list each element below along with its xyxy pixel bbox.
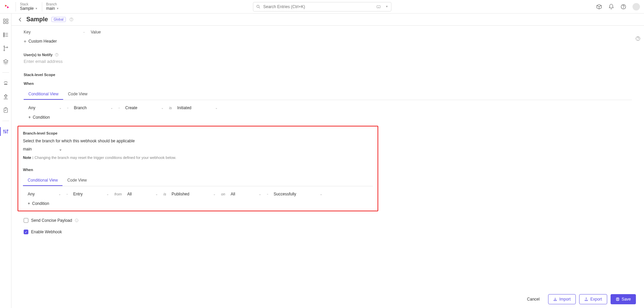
publish-icon[interactable] xyxy=(3,94,9,100)
chevron-down-icon: ⌄ xyxy=(259,192,261,196)
is-label: is xyxy=(163,192,166,196)
svg-rect-45 xyxy=(617,298,618,299)
tab-conditional-view[interactable]: Conditional View xyxy=(24,89,63,100)
svg-point-34 xyxy=(71,20,72,21)
tab-code-view[interactable]: Code View xyxy=(62,175,92,186)
box-icon[interactable] xyxy=(596,4,602,10)
svg-point-32 xyxy=(7,130,8,131)
stack-scope-title: Stack-level Scope xyxy=(24,73,632,77)
branch-condition-row: Any⌄ - Entry⌄ from All⌄ is Published⌄ on… xyxy=(23,192,373,196)
import-button[interactable]: Import xyxy=(548,294,576,304)
back-arrow-icon[interactable] xyxy=(18,17,23,22)
tasks-icon[interactable] xyxy=(3,107,9,113)
note-prefix: Note : xyxy=(23,156,33,160)
floating-help-icon[interactable] xyxy=(635,36,641,41)
import-icon xyxy=(553,297,557,301)
when-label: When xyxy=(23,168,373,172)
branch-scope-tabs: Conditional View Code View xyxy=(23,175,373,186)
add-condition-button[interactable]: + Condition xyxy=(23,201,373,206)
is-label: is xyxy=(169,106,172,110)
chevron-down-icon: ⌄ xyxy=(106,192,109,196)
svg-point-22 xyxy=(4,84,5,85)
svg-rect-9 xyxy=(3,19,5,21)
concise-payload-checkbox[interactable] xyxy=(24,218,28,223)
help-icon[interactable] xyxy=(55,53,59,57)
status-dropdown[interactable]: Initiated⌄ xyxy=(177,105,218,110)
stack-scope-tabs: Conditional View Code View xyxy=(24,89,632,100)
help-icon[interactable] xyxy=(620,4,626,10)
save-button[interactable]: Save xyxy=(611,294,636,304)
concise-payload-row: Send Concise Payload xyxy=(24,218,632,223)
note-text: Changing the branch may reset the trigge… xyxy=(34,156,176,160)
info-icon[interactable] xyxy=(69,17,74,22)
svg-rect-15 xyxy=(3,34,4,35)
chevron-down-icon: ⌄ xyxy=(58,192,61,196)
branch-selector[interactable]: Branch main▼ xyxy=(42,2,63,11)
dashboard-icon[interactable] xyxy=(3,18,9,24)
svg-rect-10 xyxy=(6,19,8,21)
tab-code-view[interactable]: Code View xyxy=(63,89,92,100)
svg-point-21 xyxy=(7,47,8,48)
topbar: Stack Sample▼ Branch main▼ ▼ xyxy=(0,0,644,14)
stack-label: Stack xyxy=(20,2,38,6)
any-dropdown[interactable]: Any⌄ xyxy=(28,105,62,110)
email-input-placeholder[interactable]: Enter email address xyxy=(24,59,632,64)
cancel-button[interactable]: Cancel xyxy=(522,294,545,304)
global-badge: Global xyxy=(51,17,66,22)
svg-point-36 xyxy=(638,40,638,40)
from-dropdown[interactable]: All⌄ xyxy=(127,192,158,196)
plus-icon: + xyxy=(28,115,31,120)
chevron-down-icon[interactable]: ▼ xyxy=(386,5,388,8)
chevron-down-icon: ⌄ xyxy=(215,106,218,110)
svg-point-23 xyxy=(5,84,6,85)
network-icon[interactable] xyxy=(3,80,9,86)
svg-rect-17 xyxy=(3,36,4,37)
save-icon xyxy=(616,297,620,301)
svg-rect-46 xyxy=(617,300,618,301)
bell-icon[interactable] xyxy=(608,4,614,10)
any-dropdown[interactable]: Any⌄ xyxy=(28,192,61,196)
branch-dropdown[interactable]: main ⌄ xyxy=(23,147,62,151)
branch-icon[interactable] xyxy=(3,45,9,51)
subject-dropdown[interactable]: Branch⌄ xyxy=(74,105,113,110)
svg-point-20 xyxy=(4,50,5,51)
on-label: on xyxy=(221,192,225,196)
svg-rect-11 xyxy=(3,22,5,24)
svg-point-24 xyxy=(6,84,7,85)
separator: - xyxy=(83,30,85,34)
branch-label: Branch xyxy=(46,2,59,6)
svg-point-8 xyxy=(623,8,624,8)
add-condition-button[interactable]: + Condition xyxy=(24,115,632,120)
chevron-down-icon: ⌄ xyxy=(59,147,62,151)
search-box[interactable]: ▼ xyxy=(253,2,391,11)
svg-rect-2 xyxy=(377,5,380,8)
enable-webhook-label: Enable Webhook xyxy=(31,230,62,234)
enable-webhook-checkbox[interactable]: ✓ xyxy=(24,230,28,234)
status-dropdown[interactable]: Published⌄ xyxy=(172,192,216,196)
chevron-down-icon: ▼ xyxy=(56,7,59,10)
settings-icon[interactable] xyxy=(3,128,9,135)
action-dropdown[interactable]: Create⌄ xyxy=(125,105,164,110)
subject-dropdown[interactable]: Entry⌄ xyxy=(73,192,109,196)
add-custom-header-button[interactable]: + Custom Header xyxy=(24,39,632,44)
layers-icon[interactable] xyxy=(3,59,9,65)
chevron-down-icon: ▼ xyxy=(35,7,38,10)
svg-rect-12 xyxy=(6,22,8,24)
list-icon[interactable] xyxy=(3,32,9,38)
brand-logo[interactable] xyxy=(4,4,10,10)
page-header: Sample Global xyxy=(11,14,644,26)
result-dropdown[interactable]: Successfully⌄ xyxy=(274,192,323,196)
stack-selector[interactable]: Stack Sample▼ xyxy=(16,2,42,11)
chevron-down-icon: ⌄ xyxy=(59,106,62,110)
tab-conditional-view[interactable]: Conditional View xyxy=(23,175,62,186)
chevron-down-icon: ⌄ xyxy=(320,192,323,196)
avatar[interactable] xyxy=(633,3,640,10)
content-area: Key - Value + Custom Header User(s) to N… xyxy=(11,26,644,308)
shortcut-icon xyxy=(376,4,381,9)
on-dropdown[interactable]: All⌄ xyxy=(231,192,261,196)
stack-value: Sample xyxy=(20,6,34,11)
export-icon xyxy=(584,297,588,301)
info-icon[interactable] xyxy=(75,218,79,222)
search-input[interactable] xyxy=(263,4,373,9)
export-button[interactable]: Export xyxy=(579,294,607,304)
